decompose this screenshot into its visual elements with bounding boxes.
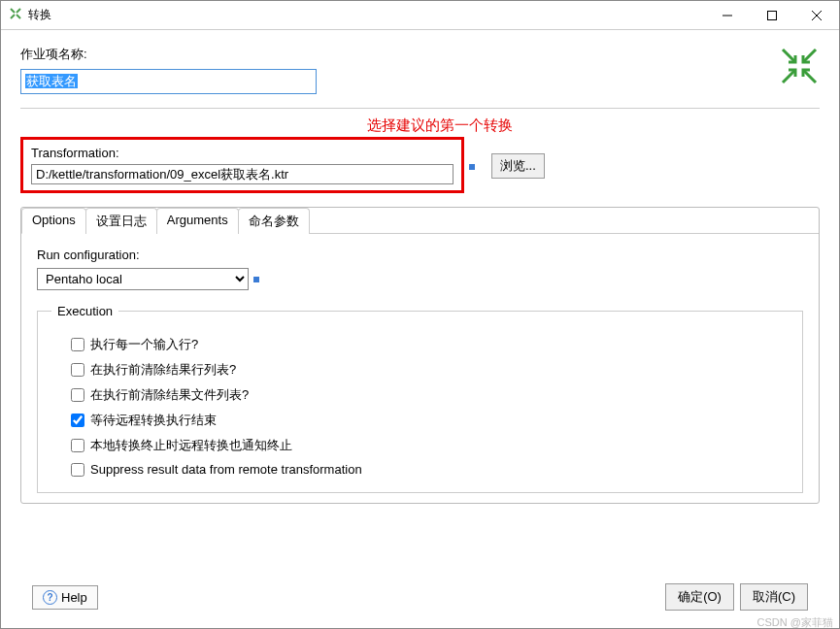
check-row: Suppress result data from remote transfo… [71, 462, 789, 477]
annotation-text: 选择建议的第一个转换 [40, 116, 839, 135]
transform-icon [779, 46, 820, 89]
svg-rect-5 [768, 11, 777, 19]
check-label: 在执行前清除结果行列表? [90, 361, 236, 379]
tab-log[interactable]: 设置日志 [85, 208, 157, 234]
diamond-icon: ◆ [250, 272, 264, 286]
tabs-container: Options 设置日志 Arguments 命名参数 Run configur… [20, 207, 820, 504]
job-name-input[interactable]: 获取表名 [20, 69, 317, 94]
check-label: 等待远程转换执行结束 [90, 412, 217, 429]
help-label: Help [61, 590, 87, 605]
check-wait-remote[interactable] [71, 414, 84, 427]
execution-legend: Execution [51, 304, 118, 318]
check-row: 本地转换终止时远程转换也通知终止 [71, 437, 789, 454]
tab-options[interactable]: Options [21, 208, 86, 234]
check-suppress-result[interactable] [71, 463, 84, 477]
window-title: 转换 [28, 7, 705, 23]
tabstrip: Options 设置日志 Arguments 命名参数 [21, 207, 819, 234]
help-icon: ? [43, 590, 57, 605]
check-notify-stop[interactable] [71, 439, 84, 452]
app-icon [9, 7, 22, 23]
help-button[interactable]: ? Help [32, 585, 98, 610]
tab-content-options: Run configuration: Pentaho local ◆ Execu… [21, 234, 819, 503]
browse-button[interactable]: 浏览... [491, 153, 545, 179]
close-button[interactable] [794, 1, 839, 30]
svg-line-2 [11, 15, 15, 18]
check-row: 在执行前清除结果文件列表? [71, 386, 789, 404]
check-clear-rows[interactable] [71, 363, 84, 377]
check-label: 在执行前清除结果文件列表? [90, 386, 249, 404]
transformation-label: Transformation: [31, 146, 454, 160]
watermark: CSDN @家菲猫 [757, 615, 833, 629]
tab-arguments[interactable]: Arguments [156, 208, 239, 234]
runcfg-select[interactable]: Pentaho local [37, 268, 249, 290]
check-row: 在执行前清除结果行列表? [71, 361, 789, 379]
footer: ? Help 确定(O) 取消(C) [20, 576, 820, 618]
check-row: 执行每一个输入行? [71, 336, 789, 353]
job-name-value: 获取表名 [25, 74, 78, 88]
transformation-path-input[interactable] [31, 164, 454, 184]
highlight-box: Transformation: [20, 137, 464, 193]
execution-fieldset: Execution 执行每一个输入行? 在执行前清除结果行列表? 在执行前清除结… [37, 304, 803, 493]
check-label: Suppress result data from remote transfo… [90, 462, 362, 477]
cancel-button[interactable]: 取消(C) [740, 583, 808, 611]
check-label: 本地转换终止时远程转换也通知终止 [90, 437, 292, 454]
check-per-row[interactable] [71, 338, 84, 351]
check-clear-files[interactable] [71, 388, 84, 402]
runcfg-label: Run configuration: [37, 248, 803, 262]
check-label: 执行每一个输入行? [90, 336, 198, 353]
ok-button[interactable]: 确定(O) [665, 583, 734, 611]
titlebar: 转换 [1, 1, 839, 30]
maximize-button[interactable] [750, 1, 794, 30]
svg-line-3 [17, 15, 20, 18]
minimize-button[interactable] [705, 1, 750, 30]
svg-line-0 [11, 9, 15, 13]
separator [20, 108, 820, 109]
check-row: 等待远程转换执行结束 [71, 412, 789, 429]
tab-params[interactable]: 命名参数 [238, 208, 310, 234]
svg-line-1 [17, 9, 20, 13]
job-name-label: 作业项名称: [20, 46, 769, 63]
diamond-icon: ◆ [465, 159, 480, 174]
